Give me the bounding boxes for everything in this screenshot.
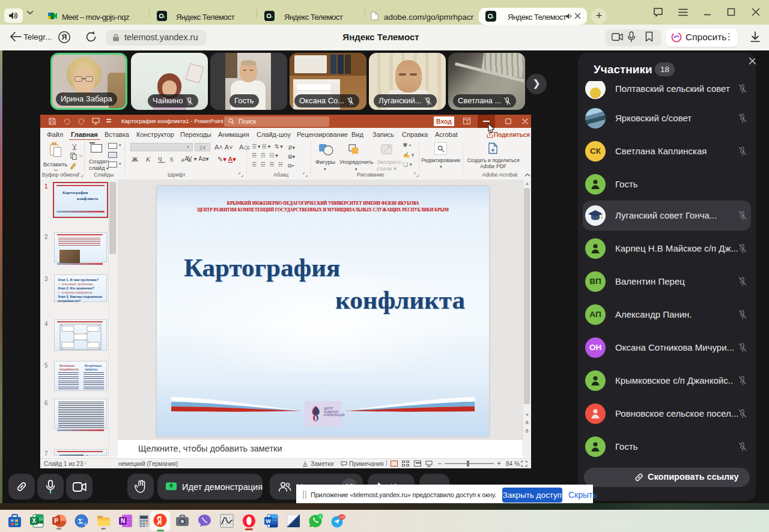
svg-text:W: W [266, 518, 271, 524]
svg-text:φ: φ [84, 522, 87, 527]
svg-text:X: X [32, 518, 36, 524]
svg-text:.GO: .GO [339, 515, 344, 519]
svg-text:Σ: Σ [78, 517, 83, 525]
svg-text:1: 1 [319, 515, 321, 519]
svg-text:N: N [121, 518, 125, 524]
svg-text:P: P [54, 518, 58, 524]
